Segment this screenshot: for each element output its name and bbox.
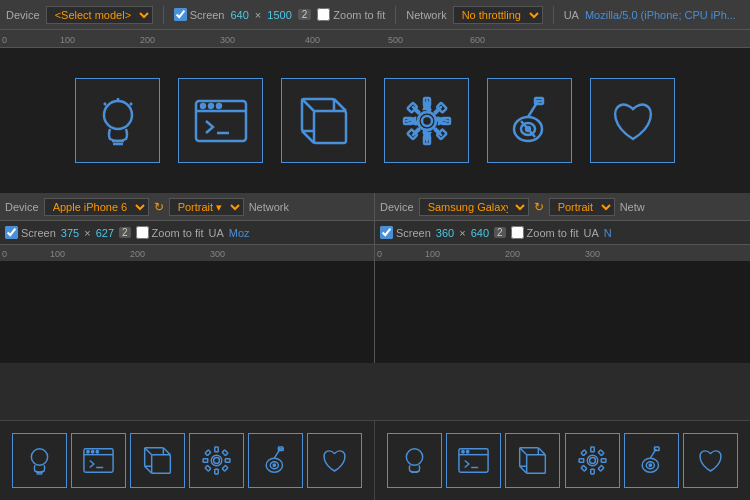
- ruler-500: 500: [388, 35, 403, 45]
- svg-rect-52: [203, 459, 208, 463]
- network-select[interactable]: No throttling: [453, 6, 543, 24]
- dpr-badge: 2: [298, 9, 312, 20]
- ruler-0: 0: [2, 35, 7, 45]
- screen-checkbox[interactable]: [174, 8, 187, 21]
- code-icon-box: [178, 78, 263, 163]
- dev1-ua-label: UA: [209, 227, 224, 239]
- zoom-checkbox[interactable]: [317, 8, 330, 21]
- dev1-device-label: Device: [5, 201, 39, 213]
- dev1-zoom-checkbox[interactable]: [136, 226, 149, 239]
- svg-rect-85: [598, 465, 604, 471]
- small-box-right-box: [505, 433, 560, 488]
- dev2-zoom-check[interactable]: Zoom to fit: [511, 226, 579, 239]
- guitar-icon: [500, 91, 560, 151]
- zoom-check[interactable]: Zoom to fit: [317, 8, 385, 21]
- small-heart-icon: [317, 443, 352, 478]
- zoom-label: Zoom to fit: [333, 9, 385, 21]
- dev1-portrait-select[interactable]: Portrait ▾: [169, 198, 244, 216]
- screen-label: Screen: [190, 9, 225, 21]
- code-window-icon: [191, 91, 251, 151]
- top-toolbar: Device <Select model> Screen 640 × 1500 …: [0, 0, 750, 30]
- ua-label: UA: [564, 9, 579, 21]
- small-bulb-box: [12, 433, 67, 488]
- gear-icon: [397, 91, 457, 151]
- svg-line-48: [145, 466, 152, 473]
- svg-point-0: [104, 101, 132, 129]
- small-guitar-box: [248, 433, 303, 488]
- dev2-zoom-checkbox[interactable]: [511, 226, 524, 239]
- dev2-screen-check[interactable]: Screen: [380, 226, 431, 239]
- dev2-screen-h: 640: [471, 227, 489, 239]
- ua-value: Mozilla/5.0 (iPhone; CPU iPh...: [585, 9, 736, 21]
- dev1-ruler-0: 0: [2, 249, 7, 259]
- svg-line-47: [163, 448, 170, 455]
- icon-grid: [0, 48, 750, 193]
- bottom-strip: [0, 420, 750, 500]
- dev1-rotate-icon[interactable]: ↻: [154, 200, 164, 214]
- heart-icon-box: [590, 78, 675, 163]
- device-select[interactable]: <Select model>: [46, 6, 153, 24]
- dev1-network-label: Network: [249, 201, 289, 213]
- device-screen-bar-1: Screen 375 × 627 2 Zoom to fit UA Moz: [0, 221, 374, 245]
- svg-rect-54: [205, 450, 211, 456]
- dev1-zoom-check[interactable]: Zoom to fit: [136, 226, 204, 239]
- svg-point-77: [587, 455, 598, 466]
- dev2-network-label: Netw: [620, 201, 645, 213]
- small-gear-icon: [199, 443, 234, 478]
- svg-rect-84: [581, 465, 587, 471]
- svg-point-58: [214, 458, 220, 464]
- dev1-ruler-100: 100: [50, 249, 65, 259]
- device-panel-2: Device Samsung Galaxy N... ↻ Portrait Ne…: [375, 193, 750, 363]
- device-toolbar-2: Device Samsung Galaxy N... ↻ Portrait Ne…: [375, 193, 750, 221]
- small-gear-right-box: [565, 433, 620, 488]
- dev2-portrait-select[interactable]: Portrait: [549, 198, 615, 216]
- svg-rect-51: [215, 469, 219, 474]
- divider-2: [395, 6, 396, 24]
- dev2-screen-w: 360: [436, 227, 454, 239]
- box-stack-icon: [294, 91, 354, 151]
- main-ruler: 0 100 200 300 400 500 600: [0, 30, 750, 48]
- svg-rect-53: [225, 459, 230, 463]
- small-box-right-icon: [515, 443, 550, 478]
- small-code-icon: [81, 443, 116, 478]
- svg-point-86: [589, 458, 595, 464]
- small-heart-right-box: [683, 433, 738, 488]
- small-gear-right-icon: [575, 443, 610, 478]
- svg-line-75: [539, 448, 546, 455]
- dev2-device-select[interactable]: Samsung Galaxy N...: [419, 198, 529, 216]
- svg-line-74: [520, 448, 527, 455]
- dev2-rotate-icon[interactable]: ↻: [534, 200, 544, 214]
- svg-point-70: [467, 451, 469, 453]
- screen-check[interactable]: Screen: [174, 8, 225, 21]
- dev1-screen-checkbox[interactable]: [5, 226, 18, 239]
- dev2-screen-checkbox[interactable]: [380, 226, 393, 239]
- dev2-times: ×: [459, 227, 465, 239]
- device-panels-row: Device Apple iPhone 6 ↻ Portrait ▾ Netwo…: [0, 193, 750, 363]
- dev1-times: ×: [84, 227, 90, 239]
- dev1-ruler: 0 100 200 300: [0, 245, 374, 261]
- dev1-screen-check[interactable]: Screen: [5, 226, 56, 239]
- svg-rect-50: [215, 447, 219, 452]
- svg-rect-13: [314, 111, 346, 143]
- small-gear-box: [189, 433, 244, 488]
- dev2-ua-value: N: [604, 227, 612, 239]
- dev1-device-select[interactable]: Apple iPhone 6: [44, 198, 149, 216]
- dev2-device-label: Device: [380, 201, 414, 213]
- dev2-screen-label: Screen: [396, 227, 431, 239]
- ruler-100: 100: [60, 35, 75, 45]
- small-heart-right-icon: [693, 443, 728, 478]
- bottom-right-icons: [375, 421, 750, 500]
- dev1-dpr: 2: [119, 227, 131, 238]
- svg-point-41: [92, 451, 94, 453]
- svg-line-76: [520, 466, 527, 473]
- svg-line-5: [130, 103, 132, 105]
- small-code-box: [71, 433, 126, 488]
- svg-line-46: [145, 448, 152, 455]
- main-canvas: [0, 48, 750, 193]
- small-bulb-right-box: [387, 433, 442, 488]
- svg-point-91: [649, 464, 651, 466]
- dev2-canvas: [375, 261, 750, 363]
- screen-height: 1500: [267, 9, 291, 21]
- divider-3: [553, 6, 554, 24]
- heart-icon: [603, 91, 663, 151]
